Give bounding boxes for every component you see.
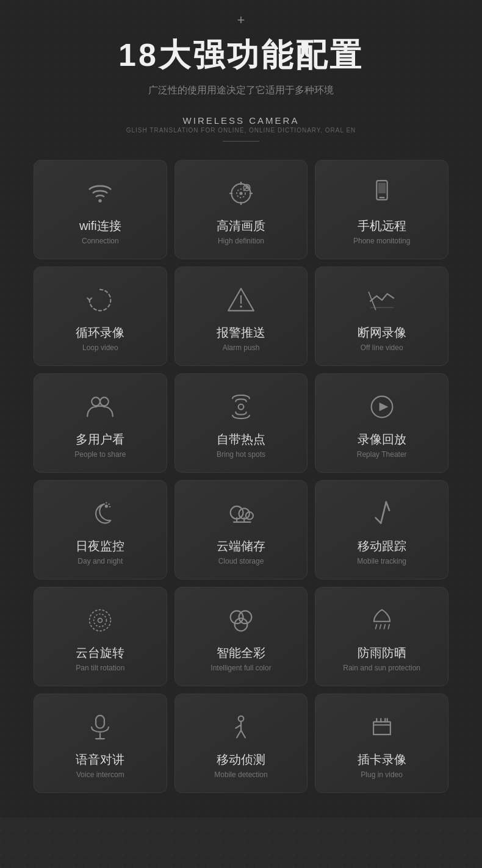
svg-line-44 (379, 625, 381, 629)
card-multiuser: 多用户看 People to share (34, 373, 167, 473)
card-daynight: 日夜监控 Day and night (34, 480, 167, 579)
card-motion: 移动侦测 Mobile detection (174, 694, 308, 793)
card-loop-title-zh: 循环录像 (76, 325, 124, 341)
svg-marker-23 (379, 403, 388, 411)
svg-line-35 (375, 518, 381, 523)
card-phone: 手机远程 Phone monitoting (315, 160, 448, 259)
multiuser-icon (84, 391, 116, 423)
card-cloud: 云端储存 Cloud storage (174, 480, 308, 579)
svg-rect-47 (96, 716, 104, 728)
card-pan-title-zh: 云台旋转 (76, 645, 124, 661)
sdcard-icon (366, 711, 398, 743)
card-phone-title-zh: 手机远程 (358, 218, 406, 234)
svg-point-41 (239, 611, 252, 623)
card-sdcard-title-zh: 插卡录像 (358, 751, 406, 768)
svg-line-43 (375, 625, 376, 629)
svg-point-0 (99, 199, 102, 203)
svg-point-50 (239, 716, 244, 722)
wireless-camera-title: WIRELESS CAMERA (0, 115, 482, 126)
card-daynight-title-en: Day and night (77, 557, 123, 565)
card-daynight-title-zh: 日夜监控 (76, 538, 124, 554)
weatherproof-icon (366, 604, 398, 636)
replay-icon (366, 391, 398, 423)
offline-icon (366, 284, 398, 316)
card-replay-title-zh: 录像回放 (358, 431, 406, 448)
svg-point-16 (240, 306, 242, 307)
motion-icon (225, 711, 257, 743)
card-intercom: 语音对讲 Voice intercom (34, 694, 167, 793)
card-alarm: 报警推送 Alarm push (174, 267, 308, 366)
card-sdcard-title-en: Plug in video (361, 770, 403, 779)
wifi-icon (84, 178, 116, 209)
card-loop: 循环录像 Loop video (34, 267, 167, 366)
svg-point-37 (90, 610, 111, 631)
main-title: 18大强功能配置 (0, 34, 482, 77)
card-hd-title-en: High definition (218, 237, 264, 245)
card-intercom-title-en: Voice intercom (76, 770, 124, 779)
card-multiuser-title-en: People to share (74, 450, 126, 459)
card-motion-title-zh: 移动侦测 (217, 751, 265, 768)
svg-point-28 (231, 506, 243, 519)
card-hotspot-title-zh: 自带热点 (217, 431, 265, 448)
top-plus-icon: + (0, 12, 482, 28)
card-hd: 高清画质 High definition (174, 160, 308, 259)
card-intercom-title-zh: 语音对讲 (76, 751, 124, 768)
svg-point-38 (94, 614, 107, 627)
svg-point-21 (239, 404, 244, 410)
card-tracking: 移动跟踪 Mobile tracking (315, 480, 448, 579)
card-offline-title-en: Off line video (361, 343, 403, 352)
features-grid: wifi连接 Connection 高清画质 H (0, 160, 482, 793)
card-phone-title-en: Phone monitoting (353, 237, 410, 245)
card-replay: 录像回放 Replay Theater (315, 373, 448, 473)
svg-line-54 (241, 730, 245, 737)
card-cloud-title-zh: 云端储存 (217, 538, 265, 554)
card-tracking-title-en: Mobile tracking (357, 557, 406, 565)
svg-line-26 (109, 504, 110, 505)
intercom-icon (84, 711, 116, 743)
svg-point-39 (98, 619, 103, 623)
card-weatherproof-title-en: Rain and sun protection (343, 664, 420, 672)
card-fullcolor-title-zh: 智能全彩 (217, 645, 265, 661)
svg-point-19 (92, 397, 100, 406)
card-hotspot: 自带热点 Bring hot spots (174, 373, 308, 473)
card-tracking-title-zh: 移动跟踪 (358, 538, 406, 554)
daynight-icon (84, 498, 116, 529)
fullcolor-icon (225, 604, 257, 636)
subtitle: 广泛性的使用用途决定了它适用于多种环境 (0, 84, 482, 97)
svg-point-24 (105, 504, 108, 508)
svg-point-2 (239, 192, 242, 195)
card-hotspot-title-en: Bring hot spots (217, 450, 265, 459)
hd-icon (225, 178, 257, 209)
svg-line-36 (386, 502, 389, 511)
cloud-icon (225, 498, 257, 529)
wireless-camera-sub: GLISH TRANSLATION FOR ONLINE, ONLINE DIC… (0, 127, 482, 134)
card-multiuser-title-zh: 多用户看 (76, 431, 124, 448)
hotspot-icon (225, 391, 257, 423)
card-replay-title-en: Replay Theater (357, 450, 407, 459)
card-pan-title-en: Pan tilt rotation (76, 664, 124, 672)
card-loop-title-en: Loop video (82, 343, 118, 352)
svg-rect-55 (373, 722, 390, 725)
card-offline: 断网录像 Off line video (315, 267, 448, 366)
page-container: + 18大强功能配置 广泛性的使用用途决定了它适用于多种环境 WIRELESS … (0, 0, 482, 817)
card-pan: 云台旋转 Pan tilt rotation (34, 587, 167, 686)
card-motion-title-en: Mobile detection (214, 770, 267, 779)
card-alarm-title-en: Alarm push (223, 343, 260, 352)
svg-line-34 (381, 502, 386, 523)
svg-line-53 (237, 730, 241, 737)
card-wifi: wifi连接 Connection (34, 160, 167, 259)
card-weatherproof-title-zh: 防雨防晒 (358, 645, 406, 661)
alarm-icon (225, 284, 257, 316)
section-label: WIRELESS CAMERA GLISH TRANSLATION FOR ON… (0, 115, 482, 134)
loop-icon (84, 284, 116, 316)
card-hd-title-zh: 高清画质 (217, 218, 265, 234)
card-fullcolor: 智能全彩 Intelligent full color (174, 587, 308, 686)
card-cloud-title-en: Cloud storage (218, 557, 264, 565)
card-fullcolor-title-en: Intelligent full color (210, 664, 271, 672)
tracking-icon (366, 498, 398, 529)
svg-point-20 (100, 397, 109, 406)
svg-rect-13 (378, 183, 386, 193)
card-wifi-title-en: Connection (82, 237, 119, 245)
divider (223, 141, 259, 142)
card-sdcard: 插卡录像 Plug in video (315, 694, 448, 793)
